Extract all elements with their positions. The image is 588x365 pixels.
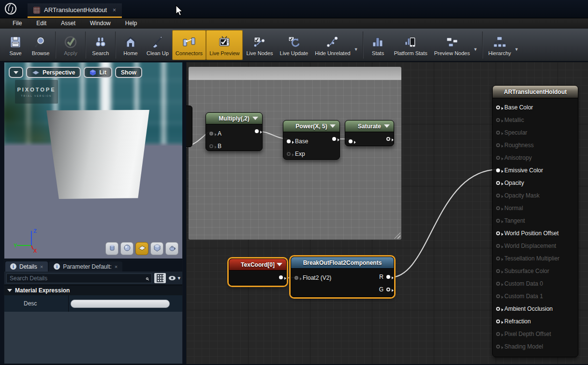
asset-tab[interactable]: ARTranslucentHoldout × [28,3,122,18]
preview-shape-cylinder-button[interactable] [105,242,118,255]
details-tab-bar: i Details × i Parameter Default: × [4,260,182,272]
input-pin[interactable] [496,231,500,235]
toolbar-button-connectors[interactable]: Connectors [172,30,206,60]
input-pin[interactable] [496,269,500,273]
toolbar-button-search[interactable]: Search [88,30,113,60]
input-pin[interactable] [496,345,500,349]
input-pin[interactable] [496,181,500,185]
toolbar-button-save[interactable]: Save [3,30,28,60]
toolbar-button-hide-unrelated[interactable]: Hide Unrelated [311,30,353,60]
toolbar-button-home[interactable]: Home [118,30,143,60]
toolbar-dropdown-hide-unrelated[interactable]: ▼ [354,38,361,52]
menu-help[interactable]: Help [118,19,144,28]
viewport-options-button[interactable] [9,67,23,78]
node-texcoord-header[interactable]: TexCoord[0] [229,259,286,271]
input-pin[interactable] [496,118,500,122]
toolbar-button-preview-nodes[interactable]: Preview Nodes [431,30,473,60]
view-options-button[interactable]: ▾ [168,275,180,281]
node-saturate-header[interactable]: Saturate [345,121,394,132]
input-pin[interactable] [496,156,500,160]
node-multiply-inputs: AB [206,124,262,152]
node-power-header[interactable]: Power(X, 5) [283,121,339,132]
material-pin-opacity: Opacity [493,177,578,189]
material-node-header[interactable]: ARTranslucentHoldout [493,86,578,98]
preview-viewport[interactable]: Perspective Lit Show PIXOTOPE [4,62,183,259]
input-pin[interactable] [496,294,500,298]
node-breakout-header[interactable]: BreakOutFloat2Components [291,257,394,269]
node-texcoord[interactable]: TexCoord[0] [229,259,287,286]
input-pin[interactable] [209,132,213,136]
chevron-down-icon[interactable] [330,124,336,128]
output-pin[interactable] [255,129,259,133]
input-pin[interactable] [496,332,500,336]
input-label: Base [295,138,308,145]
toolbar-button-hierarchy[interactable]: Hierarchy [485,30,514,60]
input-pin[interactable] [496,194,500,198]
toolbar-dropdown-hierarchy[interactable]: ▼ [514,38,521,52]
toolbar-button-live-update[interactable]: Live Update [277,30,312,60]
menu-file[interactable]: File [6,19,29,28]
chevron-down-icon[interactable] [384,124,390,128]
chevron-down-icon[interactable] [252,117,258,120]
toolbar-button-browse[interactable]: Browse [28,30,53,60]
input-pin[interactable] [349,139,353,143]
output-pin[interactable] [279,275,283,279]
preview-shape-cube-button[interactable] [150,242,163,255]
node-saturate[interactable]: Saturate [345,120,394,146]
tab-close-icon[interactable]: × [40,264,43,270]
comment-box-header[interactable] [189,67,401,80]
tab-details[interactable]: i Details × [5,261,48,272]
toolbar-button-live-nodes[interactable]: Live Nodes [243,30,276,60]
chevron-down-icon[interactable] [277,263,282,266]
toolbar-button-platform-stats[interactable]: Platform Stats [391,30,431,60]
preview-shape-teapot-button[interactable] [165,242,178,255]
menu-window[interactable]: Window [83,19,118,28]
toolbar-button-apply[interactable]: Apply [58,30,83,60]
desc-input[interactable] [71,300,170,308]
toolbar-dropdown-preview-nodes[interactable]: ▼ [473,38,480,52]
input-pin[interactable] [496,143,500,147]
search-details-input[interactable] [10,275,146,282]
preview-shape-sphere-button[interactable] [120,242,133,255]
node-multiply-header[interactable]: Multiply(,2) [206,113,262,124]
lit-button[interactable]: Lit [84,67,112,78]
menu-asset[interactable]: Asset [54,19,82,28]
material-graph-canvas[interactable]: Multiply(,2)ABPower(X, 5)BaseExpSaturate… [186,62,588,364]
show-button[interactable]: Show [115,67,142,78]
output-pin[interactable] [386,275,390,279]
menu-edit[interactable]: Edit [29,19,53,28]
material-expression-section-header[interactable]: Material Expression [4,285,182,295]
tab-close-icon[interactable]: × [113,7,116,14]
toolbar-button-live-preview[interactable]: Live Preview [206,30,243,60]
output-pin[interactable] [386,137,390,141]
tab-parameter-defaults[interactable]: i Parameter Default: × [49,261,122,272]
toolbar-button-stats[interactable]: Stats [366,30,391,60]
input-pin[interactable] [496,106,500,109]
node-material-result[interactable]: ARTranslucentHoldoutBase ColorMetallicSp… [492,85,578,357]
node-multiply[interactable]: Multiply(,2)AB [206,112,263,151]
preview-shape-plane-button[interactable] [135,242,148,255]
node-breakout[interactable]: BreakOutFloat2ComponentsFloat2 (V2)RG [291,257,394,297]
input-pin[interactable] [496,206,500,210]
input-pin[interactable] [496,307,500,311]
input-pin[interactable] [496,282,500,286]
toolbar-button-clean-up[interactable]: Clean Up [143,30,172,60]
property-matrix-button[interactable] [154,273,166,283]
input-pin[interactable] [496,244,500,248]
offscreen-node[interactable] [186,106,192,147]
tab-close-icon[interactable]: × [115,264,118,270]
input-pin[interactable] [294,276,298,280]
input-pin[interactable] [496,257,500,260]
input-pin[interactable] [209,144,213,148]
input-pin[interactable] [496,168,500,172]
input-pin[interactable] [496,219,500,223]
input-pin[interactable] [287,152,291,156]
node-power[interactable]: Power(X, 5)BaseExp [283,120,340,160]
output-pin[interactable] [332,137,336,141]
output-pin[interactable] [386,288,390,291]
input-pin[interactable] [496,131,500,135]
input-pin[interactable] [287,139,291,143]
perspective-button[interactable]: Perspective [26,67,81,78]
input-pin[interactable] [496,319,500,323]
toolbar-label-hide-unrelated: Hide Unrelated [315,50,350,56]
